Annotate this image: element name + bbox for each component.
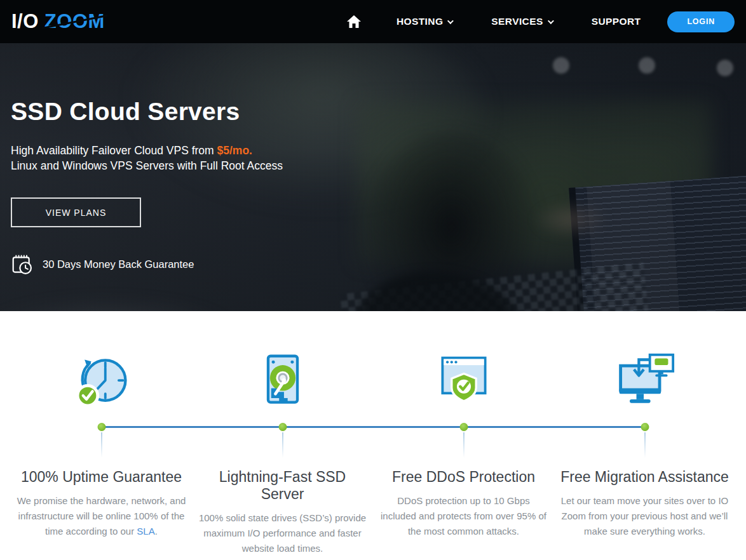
feature-body-text: We promise the hardware, network, and in…: [17, 495, 186, 537]
hero-subtitle-text: High Availability Failover Cloud VPS fro…: [11, 144, 217, 157]
top-navigation-bar: I/O ZOOM HOSTING SERVICES SUPPORT LOGIN: [0, 0, 746, 43]
feature-body: 100% solid state drives (SSD’s) provide …: [192, 510, 373, 556]
timeline-dot: [641, 423, 649, 431]
feature-title: Free DDoS Protection: [379, 469, 549, 486]
uptime-clock-icon: [11, 352, 192, 413]
feature-icons-row: [11, 352, 735, 413]
view-plans-button[interactable]: VIEW PLANS: [11, 197, 141, 227]
timeline-connector: [644, 432, 646, 458]
hero-subtitle-line2: Linux and Windows VPS Servers with Full …: [11, 158, 746, 173]
features-section: 100% Uptime Guarantee We promise the har…: [0, 311, 746, 556]
feature-text-row: 100% Uptime Guarantee We promise the har…: [11, 451, 735, 556]
feature-ddos: Free DDoS Protection DDoS protection up …: [373, 451, 554, 556]
nav-item-label: HOSTING: [397, 16, 443, 27]
sla-link[interactable]: SLA: [137, 526, 154, 537]
hero-content: SSD Cloud Servers High Availability Fail…: [0, 43, 746, 276]
logo-text-zoom: ZOOM: [44, 10, 105, 33]
timeline-connector: [463, 432, 465, 458]
timeline-connector: [282, 432, 283, 458]
timeline-dot: [278, 423, 287, 431]
calendar-clock-icon: [11, 253, 34, 276]
feature-body-text: .: [155, 526, 158, 537]
home-nav-link[interactable]: [346, 15, 362, 29]
timeline-dot: [97, 423, 105, 431]
migration-monitors-icon: [554, 352, 735, 413]
nav-item-label: SUPPORT: [592, 16, 641, 27]
nav-item-label: SERVICES: [491, 16, 543, 27]
chevron-down-icon: [548, 18, 554, 24]
ddos-shield-icon: [373, 352, 554, 413]
hero-price: $5/mo.: [217, 144, 252, 157]
logo-text-io: I/O: [11, 10, 39, 33]
feature-body: DDoS protection up to 10 Gbps included a…: [373, 493, 554, 539]
timeline-dot: [459, 423, 468, 431]
hero-section: SSD Cloud Servers High Availability Fail…: [0, 43, 746, 311]
feature-migration: Free Migration Assistance Let our team m…: [554, 451, 735, 556]
feature-title: 100% Uptime Guarantee: [17, 469, 187, 486]
feature-timeline: [11, 413, 735, 451]
feature-ssd: Lightning-Fast SSD Server 100% solid sta…: [192, 451, 373, 556]
feature-body: Let our team move your sites over to IO …: [554, 493, 735, 539]
feature-title: Free Migration Assistance: [560, 469, 730, 486]
home-icon: [346, 15, 362, 29]
login-button[interactable]: LOGIN: [667, 11, 735, 32]
logo[interactable]: I/O ZOOM: [11, 10, 105, 33]
timeline-line: [102, 426, 645, 428]
hero-subtitle-line1: High Availability Failover Cloud VPS fro…: [11, 143, 746, 158]
feature-uptime: 100% Uptime Guarantee We promise the har…: [11, 451, 192, 556]
nav-item-hosting[interactable]: HOSTING: [397, 10, 452, 34]
nav-item-support[interactable]: SUPPORT: [592, 10, 641, 34]
nav-links: HOSTING SERVICES SUPPORT LOGIN: [346, 10, 735, 34]
chevron-down-icon: [447, 18, 454, 24]
ssd-drive-icon: [192, 352, 373, 413]
money-back-guarantee: 30 Days Money Back Guarantee: [11, 253, 746, 276]
guarantee-text: 30 Days Money Back Guarantee: [43, 258, 194, 270]
feature-body: We promise the hardware, network, and in…: [11, 493, 192, 539]
nav-item-services[interactable]: SERVICES: [491, 10, 552, 34]
feature-title: Lightning-Fast SSD Server: [198, 469, 368, 503]
timeline-connector: [101, 432, 102, 458]
hero-title: SSD Cloud Servers: [11, 43, 746, 126]
